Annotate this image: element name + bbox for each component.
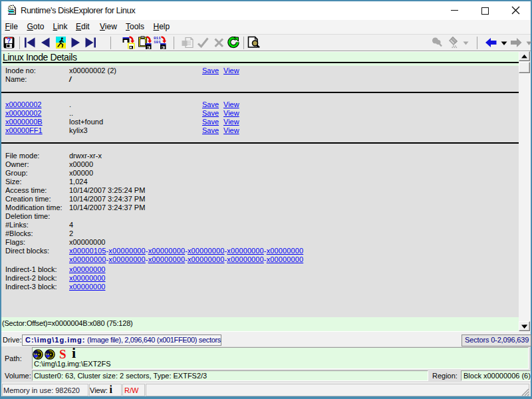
svg-text:?: ?: [7, 37, 11, 45]
svg-text:101: 101: [154, 40, 161, 45]
